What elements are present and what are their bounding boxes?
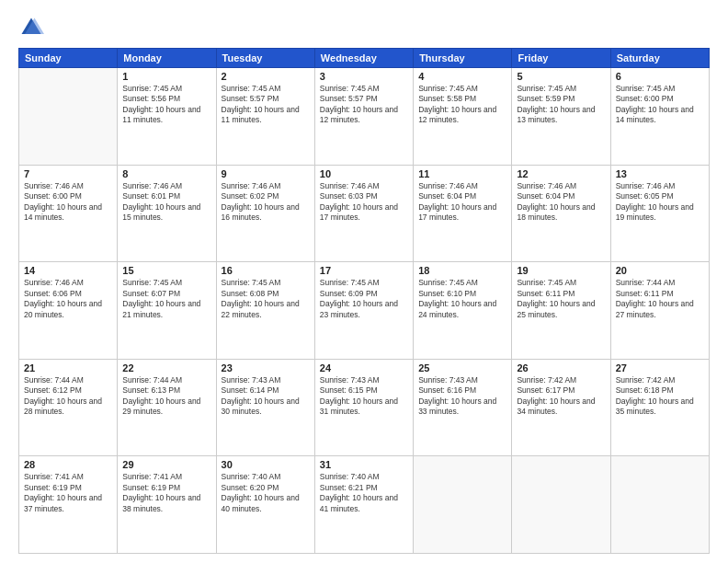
- cell-info: Sunrise: 7:46 AMSunset: 6:00 PMDaylight:…: [24, 181, 112, 224]
- day-number: 11: [418, 168, 506, 179]
- day-cell: [610, 456, 709, 554]
- day-cell: 16Sunrise: 7:45 AMSunset: 6:08 PMDayligh…: [216, 262, 314, 360]
- day-number: 19: [517, 265, 605, 276]
- day-number: 15: [122, 265, 210, 276]
- day-number: 5: [517, 71, 605, 82]
- day-number: 23: [222, 362, 310, 373]
- day-cell: 11Sunrise: 7:46 AMSunset: 6:04 PMDayligh…: [414, 165, 512, 262]
- week-row-4: 21Sunrise: 7:44 AMSunset: 6:12 PMDayligh…: [19, 359, 710, 456]
- day-number: 17: [320, 265, 408, 276]
- cell-info: Sunrise: 7:45 AMSunset: 6:00 PMDaylight:…: [616, 84, 704, 126]
- cell-info: Sunrise: 7:46 AMSunset: 6:03 PMDaylight:…: [320, 181, 408, 224]
- page: SundayMondayTuesdayWednesdayThursdayFrid…: [0, 0, 728, 563]
- day-number: 18: [418, 265, 506, 276]
- cell-info: Sunrise: 7:45 AMSunset: 6:08 PMDaylight:…: [222, 278, 310, 320]
- cell-info: Sunrise: 7:44 AMSunset: 6:13 PMDaylight:…: [122, 375, 210, 418]
- day-cell: 14Sunrise: 7:46 AMSunset: 6:06 PMDayligh…: [19, 262, 118, 360]
- day-number: 30: [222, 459, 310, 470]
- day-cell: 19Sunrise: 7:45 AMSunset: 6:11 PMDayligh…: [512, 262, 610, 360]
- col-header-wednesday: Wednesday: [314, 49, 413, 68]
- day-cell: 31Sunrise: 7:40 AMSunset: 6:21 PMDayligh…: [314, 456, 413, 554]
- day-number: 27: [616, 362, 704, 373]
- col-header-tuesday: Tuesday: [216, 49, 314, 68]
- calendar-table: SundayMondayTuesdayWednesdayThursdayFrid…: [18, 48, 710, 554]
- day-cell: 3Sunrise: 7:45 AMSunset: 5:57 PMDaylight…: [314, 68, 413, 166]
- cell-info: Sunrise: 7:46 AMSunset: 6:04 PMDaylight:…: [418, 181, 506, 224]
- col-header-friday: Friday: [512, 49, 610, 68]
- day-number: 20: [616, 265, 704, 276]
- cell-info: Sunrise: 7:46 AMSunset: 6:04 PMDaylight:…: [517, 181, 605, 224]
- day-cell: 20Sunrise: 7:44 AMSunset: 6:11 PMDayligh…: [610, 262, 709, 360]
- day-number: 22: [122, 362, 210, 373]
- day-number: 4: [418, 71, 506, 82]
- day-cell: 23Sunrise: 7:43 AMSunset: 6:14 PMDayligh…: [216, 359, 314, 456]
- cell-info: Sunrise: 7:45 AMSunset: 5:57 PMDaylight:…: [320, 84, 408, 126]
- day-cell: 21Sunrise: 7:44 AMSunset: 6:12 PMDayligh…: [19, 359, 118, 456]
- day-cell: 15Sunrise: 7:45 AMSunset: 6:07 PMDayligh…: [118, 262, 216, 360]
- cell-info: Sunrise: 7:42 AMSunset: 6:17 PMDaylight:…: [517, 375, 605, 418]
- day-number: 26: [517, 362, 605, 373]
- day-number: 29: [122, 459, 210, 470]
- day-cell: 13Sunrise: 7:46 AMSunset: 6:05 PMDayligh…: [610, 165, 709, 262]
- cell-info: Sunrise: 7:45 AMSunset: 5:56 PMDaylight:…: [122, 84, 210, 126]
- cell-info: Sunrise: 7:45 AMSunset: 5:57 PMDaylight:…: [222, 84, 310, 126]
- day-cell: 18Sunrise: 7:45 AMSunset: 6:10 PMDayligh…: [414, 262, 512, 360]
- day-cell: 17Sunrise: 7:45 AMSunset: 6:09 PMDayligh…: [314, 262, 413, 360]
- day-cell: 29Sunrise: 7:41 AMSunset: 6:19 PMDayligh…: [118, 456, 216, 554]
- col-header-monday: Monday: [118, 49, 216, 68]
- cell-info: Sunrise: 7:46 AMSunset: 6:05 PMDaylight:…: [616, 181, 704, 224]
- day-cell: 10Sunrise: 7:46 AMSunset: 6:03 PMDayligh…: [314, 165, 413, 262]
- cell-info: Sunrise: 7:43 AMSunset: 6:14 PMDaylight:…: [222, 375, 310, 418]
- day-number: 16: [222, 265, 310, 276]
- day-number: 9: [222, 168, 310, 179]
- day-number: 3: [320, 71, 408, 82]
- day-number: 10: [320, 168, 408, 179]
- cell-info: Sunrise: 7:41 AMSunset: 6:19 PMDaylight:…: [24, 472, 112, 514]
- day-cell: 6Sunrise: 7:45 AMSunset: 6:00 PMDaylight…: [610, 68, 709, 166]
- day-cell: 22Sunrise: 7:44 AMSunset: 6:13 PMDayligh…: [118, 359, 216, 456]
- cell-info: Sunrise: 7:40 AMSunset: 6:21 PMDaylight:…: [320, 472, 408, 514]
- header: [18, 15, 710, 40]
- week-row-1: 1Sunrise: 7:45 AMSunset: 5:56 PMDaylight…: [19, 68, 710, 166]
- day-cell: 25Sunrise: 7:43 AMSunset: 6:16 PMDayligh…: [414, 359, 512, 456]
- week-row-3: 14Sunrise: 7:46 AMSunset: 6:06 PMDayligh…: [19, 262, 710, 360]
- cell-info: Sunrise: 7:45 AMSunset: 6:11 PMDaylight:…: [517, 278, 605, 320]
- cell-info: Sunrise: 7:40 AMSunset: 6:20 PMDaylight:…: [222, 472, 310, 514]
- day-cell: 12Sunrise: 7:46 AMSunset: 6:04 PMDayligh…: [512, 165, 610, 262]
- cell-info: Sunrise: 7:43 AMSunset: 6:15 PMDaylight:…: [320, 375, 408, 418]
- day-number: 21: [24, 362, 112, 373]
- day-cell: 2Sunrise: 7:45 AMSunset: 5:57 PMDaylight…: [216, 68, 314, 166]
- day-cell: 8Sunrise: 7:46 AMSunset: 6:01 PMDaylight…: [118, 165, 216, 262]
- day-cell: 9Sunrise: 7:46 AMSunset: 6:02 PMDaylight…: [216, 165, 314, 262]
- cell-info: Sunrise: 7:45 AMSunset: 5:58 PMDaylight:…: [418, 84, 506, 126]
- col-header-saturday: Saturday: [610, 49, 709, 68]
- day-number: 8: [122, 168, 210, 179]
- logo: [18, 15, 48, 40]
- day-cell: 26Sunrise: 7:42 AMSunset: 6:17 PMDayligh…: [512, 359, 610, 456]
- day-cell: 28Sunrise: 7:41 AMSunset: 6:19 PMDayligh…: [19, 456, 118, 554]
- day-cell: 1Sunrise: 7:45 AMSunset: 5:56 PMDaylight…: [118, 68, 216, 166]
- header-row: SundayMondayTuesdayWednesdayThursdayFrid…: [19, 49, 710, 68]
- day-cell: 27Sunrise: 7:42 AMSunset: 6:18 PMDayligh…: [610, 359, 709, 456]
- day-number: 31: [320, 459, 408, 470]
- day-cell: 24Sunrise: 7:43 AMSunset: 6:15 PMDayligh…: [314, 359, 413, 456]
- cell-info: Sunrise: 7:42 AMSunset: 6:18 PMDaylight:…: [616, 375, 704, 418]
- day-number: 14: [24, 265, 112, 276]
- day-cell: 7Sunrise: 7:46 AMSunset: 6:00 PMDaylight…: [19, 165, 118, 262]
- day-cell: [512, 456, 610, 554]
- cell-info: Sunrise: 7:46 AMSunset: 6:01 PMDaylight:…: [122, 181, 210, 224]
- cell-info: Sunrise: 7:44 AMSunset: 6:11 PMDaylight:…: [616, 278, 704, 320]
- day-cell: [414, 456, 512, 554]
- week-row-5: 28Sunrise: 7:41 AMSunset: 6:19 PMDayligh…: [19, 456, 710, 554]
- day-number: 2: [222, 71, 310, 82]
- day-cell: 30Sunrise: 7:40 AMSunset: 6:20 PMDayligh…: [216, 456, 314, 554]
- cell-info: Sunrise: 7:43 AMSunset: 6:16 PMDaylight:…: [418, 375, 506, 418]
- day-cell: [19, 68, 118, 166]
- day-number: 13: [616, 168, 704, 179]
- day-number: 24: [320, 362, 408, 373]
- cell-info: Sunrise: 7:45 AMSunset: 6:07 PMDaylight:…: [122, 278, 210, 320]
- day-number: 1: [122, 71, 210, 82]
- day-number: 25: [418, 362, 506, 373]
- cell-info: Sunrise: 7:45 AMSunset: 5:59 PMDaylight:…: [517, 84, 605, 126]
- cell-info: Sunrise: 7:46 AMSunset: 6:02 PMDaylight:…: [222, 181, 310, 224]
